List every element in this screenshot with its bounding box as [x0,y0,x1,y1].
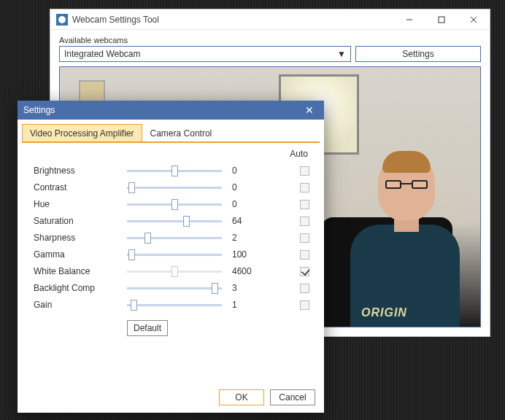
saturation-value: 64 [222,216,266,226]
brightness-label: Brightness [34,166,127,176]
dialog-titlebar: Settings ✕ [18,101,324,120]
window-controls [393,9,490,30]
hue-auto-checkbox[interactable] [300,200,309,209]
dialog-close-button[interactable]: ✕ [301,104,318,116]
backlight-comp-slider[interactable] [127,282,222,294]
contrast-auto-checkbox[interactable] [300,183,309,192]
chevron-down-icon: ▼ [337,49,346,59]
dialog-footer: OK Cancel [219,389,315,405]
gamma-label: Gamma [34,249,127,260]
cancel-button[interactable]: Cancel [270,389,315,405]
gain-auto-checkbox[interactable] [300,300,309,310]
backlight-comp-label: Backlight Comp [34,283,127,293]
contrast-value: 0 [222,182,266,192]
white-balance-auto-checkbox[interactable] [300,267,309,276]
sharpness-slider[interactable] [127,232,222,244]
backlight-comp-value: 3 [222,283,266,293]
window-title: Webcam Settings Tool [72,15,159,25]
slider-row-backlight-comp: Backlight Comp3 [34,279,314,296]
sharpness-auto-checkbox[interactable] [300,233,309,243]
slider-row-hue: Hue0 [34,195,314,212]
dialog-tabs: Video Processing Amplifier Camera Contro… [22,124,320,143]
slider-row-sharpness: Sharpness2 [34,229,314,246]
brightness-auto-checkbox[interactable] [300,166,309,176]
sharpness-label: Sharpness [34,233,127,243]
preview-person: ORIGIN [336,144,467,327]
close-button[interactable] [458,9,490,30]
gain-label: Gain [34,300,127,310]
contrast-slider[interactable] [127,182,222,193]
brightness-slider[interactable] [127,165,222,176]
webcam-row: Integrated Webcam ▼ Settings [59,46,481,62]
auto-column-header: Auto [34,149,309,159]
dialog-body: Auto Brightness0Contrast0Hue0Saturation6… [18,143,324,336]
white-balance-value: 4600 [222,266,266,276]
white-balance-label: White Balance [34,266,127,276]
webcam-combo[interactable]: Integrated Webcam ▼ [59,46,351,62]
available-webcams-label: Available webcams [59,36,481,44]
contrast-label: Contrast [34,182,127,192]
default-button[interactable]: Default [127,320,168,336]
slider-row-contrast: Contrast0 [34,179,314,195]
minimize-button[interactable] [393,9,425,30]
ok-button[interactable]: OK [219,389,264,405]
slider-row-white-balance: White Balance4600 [34,262,314,279]
backlight-comp-auto-checkbox[interactable] [300,284,309,293]
brightness-value: 0 [222,166,266,176]
dialog-title: Settings [23,105,55,115]
slider-row-saturation: Saturation64 [34,212,314,229]
saturation-slider[interactable] [127,215,222,227]
hue-value: 0 [222,199,266,209]
saturation-auto-checkbox[interactable] [300,217,309,226]
slider-row-gamma: Gamma100 [34,246,314,262]
gain-slider[interactable] [127,299,222,311]
tab-camera-control[interactable]: Camera Control [142,124,220,141]
maximize-button[interactable] [425,9,458,30]
settings-button[interactable]: Settings [355,46,481,62]
hue-label: Hue [34,199,127,209]
webcam-combo-value: Integrated Webcam [64,49,141,59]
saturation-label: Saturation [34,216,127,226]
sharpness-value: 2 [222,233,266,243]
gamma-auto-checkbox[interactable] [300,250,309,260]
svg-rect-1 [439,17,444,23]
gain-value: 1 [222,300,266,310]
gamma-value: 100 [222,249,266,260]
settings-dialog: Settings ✕ Video Processing Amplifier Ca… [18,101,324,413]
tab-video-processing-amplifier[interactable]: Video Processing Amplifier [22,124,142,141]
white-balance-slider [127,265,222,277]
hue-slider[interactable] [127,198,222,210]
slider-row-gain: Gain1 [34,296,314,313]
app-icon [56,14,68,26]
slider-row-brightness: Brightness0 [34,162,314,179]
titlebar: Webcam Settings Tool [50,9,490,30]
gamma-slider[interactable] [127,249,222,260]
